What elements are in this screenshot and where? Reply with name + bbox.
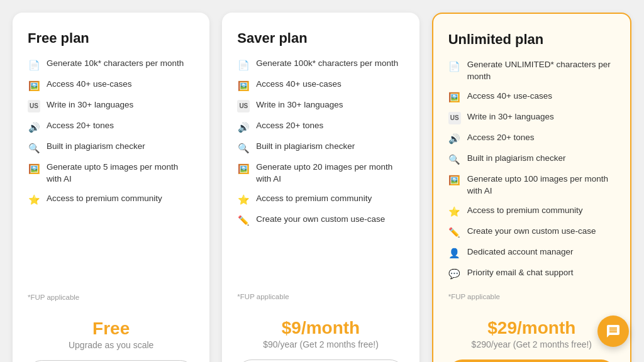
feature-list-saver: 📄Generate 100k* characters per month🖼️Ac…	[237, 58, 404, 288]
fup-note-free: *FUP applicable	[28, 293, 194, 301]
feature-icon: 🔍	[28, 141, 40, 154]
plan-card-saver: Saver plan📄Generate 100k* characters per…	[222, 13, 419, 362]
feature-icon: US	[237, 100, 250, 112]
price-section-unlimited: $29/month$290/year (Get 2 months free!)✓…	[448, 318, 615, 362]
feature-icon: 🔍	[448, 153, 461, 166]
feature-text: Access to premium community	[467, 205, 583, 217]
feature-icon: US	[28, 100, 40, 112]
feature-text: Access 20+ tones	[256, 120, 323, 132]
feature-icon: 🔊	[448, 133, 461, 145]
price-section-saver: $9/month$90/year (Get 2 months free!)✓ S…	[237, 318, 404, 362]
feature-icon: 🖼️	[237, 162, 250, 175]
feature-text: Dedicated account manager	[467, 246, 574, 258]
list-item: USWrite in 30+ languages	[237, 99, 404, 112]
pricing-container: Free plan📄Generate 10k* characters per m…	[13, 13, 631, 362]
price-main-free: Free	[28, 319, 194, 339]
action-btn-free[interactable]: Start now →	[28, 360, 194, 362]
feature-icon: 🔍	[237, 141, 250, 154]
price-section-free: FreeUpgrade as you scaleStart now →	[28, 319, 194, 362]
feature-icon: 📄	[28, 58, 40, 71]
list-item: 🔍Built in plagiarism checker	[448, 153, 615, 166]
feature-text: Access to premium community	[47, 193, 162, 205]
feature-text: Built in plagiarism checker	[47, 141, 145, 153]
feature-text: Create your own custom use-case	[467, 226, 596, 238]
feature-text: Access to premium community	[256, 193, 372, 205]
price-main-saver: $9/month	[237, 318, 404, 338]
feature-icon: 👤	[448, 247, 461, 260]
feature-icon: 🖼️	[448, 91, 461, 104]
feature-text: Priority email & chat support	[467, 267, 574, 279]
feature-icon: ⭐	[448, 206, 461, 218]
list-item: 🔊Access 20+ tones	[448, 132, 615, 145]
list-item: ⭐Access to premium community	[237, 193, 404, 206]
feature-icon: ⭐	[237, 194, 250, 206]
plan-title-saver: Saver plan	[237, 30, 404, 47]
feature-icon: US	[448, 112, 461, 124]
feature-text: Generate upto 100 images per month with …	[467, 173, 615, 197]
list-item: 🔊Access 20+ tones	[237, 120, 404, 133]
feature-icon: 💬	[448, 268, 461, 280]
list-item: 👤Dedicated account manager	[448, 246, 615, 260]
feature-list-unlimited: 📄Generate UNLIMITED* characters per mont…	[448, 59, 615, 288]
feature-text: Generate upto 20 images per month with A…	[256, 162, 404, 185]
plan-card-unlimited: Unlimited plan📄Generate UNLIMITED* chara…	[432, 13, 631, 362]
feature-text: Access 40+ use-cases	[47, 79, 131, 90]
feature-text: Built in plagiarism checker	[256, 141, 355, 153]
feature-text: Create your own custom use-case	[256, 214, 385, 226]
list-item: USWrite in 30+ languages	[448, 111, 615, 124]
list-item: 📄Generate UNLIMITED* characters per mont…	[448, 59, 615, 83]
feature-text: Access 40+ use-cases	[467, 90, 552, 102]
price-label-free: Upgrade as you scale	[28, 340, 194, 350]
feature-icon: 🔊	[28, 121, 40, 133]
feature-icon: ✏️	[237, 214, 250, 227]
feature-text: Generate 10k* characters per month	[47, 58, 184, 70]
feature-text: Generate 100k* characters per month	[256, 58, 398, 70]
feature-text: Generate UNLIMITED* characters per month	[467, 59, 615, 83]
feature-icon: 🖼️	[28, 79, 40, 92]
action-btn-saver[interactable]: ✓ Subscribe now	[237, 359, 404, 362]
feature-text: Write in 30+ languages	[256, 99, 343, 111]
feature-text: Access 40+ use-cases	[256, 79, 341, 90]
list-item: ⭐Access to premium community	[28, 193, 194, 206]
list-item: 📄Generate 10k* characters per month	[28, 58, 194, 71]
list-item: ⭐Access to premium community	[448, 205, 615, 218]
price-label-unlimited: $290/year (Get 2 months free!)	[448, 339, 615, 349]
list-item: 🖼️Access 40+ use-cases	[448, 90, 615, 104]
list-item: 🖼️Generate upto 100 images per month wit…	[448, 173, 615, 197]
list-item: USWrite in 30+ languages	[28, 99, 194, 112]
price-label-saver: $90/year (Get 2 months free!)	[237, 339, 404, 349]
feature-icon: 🖼️	[448, 174, 461, 187]
list-item: 🔊Access 20+ tones	[28, 120, 194, 133]
feature-icon: 🖼️	[28, 162, 40, 175]
list-item: 🖼️Access 40+ use-cases	[28, 79, 194, 92]
list-item: 💬Priority email & chat support	[448, 267, 615, 280]
feature-icon: 📄	[237, 58, 250, 71]
list-item: 🖼️Generate upto 20 images per month with…	[237, 162, 404, 185]
chat-fab-button[interactable]	[597, 315, 629, 347]
plan-card-free: Free plan📄Generate 10k* characters per m…	[13, 13, 209, 362]
plan-title-free: Free plan	[28, 30, 194, 47]
list-item: ✏️Create your own custom use-case	[237, 214, 404, 227]
list-item: 🖼️Generate upto 5 images per month with …	[28, 162, 194, 185]
feature-text: Write in 30+ languages	[467, 111, 554, 123]
feature-text: Built in plagiarism checker	[467, 153, 566, 165]
feature-icon: 📄	[448, 60, 461, 72]
feature-text: Write in 30+ languages	[47, 99, 133, 111]
feature-list-free: 📄Generate 10k* characters per month🖼️Acc…	[28, 58, 194, 288]
fup-note-unlimited: *FUP applicable	[448, 293, 615, 300]
list-item: 🖼️Access 40+ use-cases	[237, 79, 404, 92]
feature-icon: ⭐	[28, 194, 40, 206]
price-main-unlimited: $29/month	[448, 318, 615, 338]
feature-icon: 🖼️	[237, 79, 250, 92]
action-btn-unlimited[interactable]: ✓ Subscribe now	[448, 359, 615, 362]
feature-icon: ✏️	[448, 226, 461, 239]
fup-note-saver: *FUP applicable	[237, 293, 404, 300]
feature-text: Generate upto 5 images per month with AI	[47, 162, 194, 185]
list-item: 🔍Built in plagiarism checker	[28, 141, 194, 154]
feature-icon: 🔊	[237, 121, 250, 133]
feature-text: Access 20+ tones	[47, 120, 114, 132]
plan-title-unlimited: Unlimited plan	[448, 31, 615, 48]
list-item: 📄Generate 100k* characters per month	[237, 58, 404, 71]
feature-text: Access 20+ tones	[467, 132, 535, 144]
list-item: 🔍Built in plagiarism checker	[237, 141, 404, 154]
